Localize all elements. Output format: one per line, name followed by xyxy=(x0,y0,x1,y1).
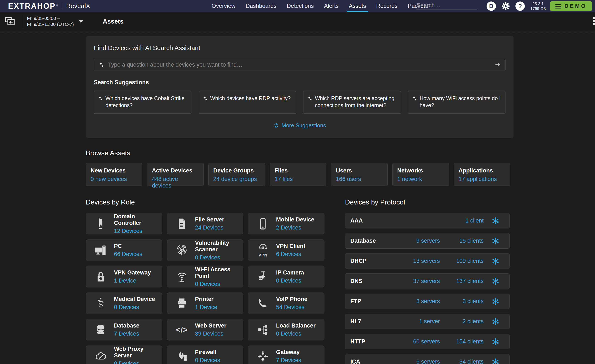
clients-count-link[interactable]: 15 clients xyxy=(440,238,484,244)
activity-map-icon[interactable] xyxy=(484,317,507,326)
tab-dashboards[interactable]: Dashboards xyxy=(245,0,277,12)
tab-assets[interactable]: Assets xyxy=(348,0,367,12)
role-tile-web-server[interactable]: </>Web Server39 Devices xyxy=(167,319,243,340)
role-count-link[interactable]: 0 Devices xyxy=(276,330,316,337)
tile-count-link[interactable]: 17 applications xyxy=(459,176,505,182)
tile-count-link[interactable]: 17 files xyxy=(275,176,321,182)
role-count-link[interactable]: 2 Devices xyxy=(276,224,314,231)
role-tile-firewall[interactable]: Firewall0 Devices xyxy=(167,346,243,364)
browse-tile-users[interactable]: Users166 users xyxy=(331,163,388,186)
role-count-link[interactable]: 0 Devices xyxy=(114,304,155,311)
role-tile-database[interactable]: Database7 Devices xyxy=(86,319,162,340)
role-title: VoIP Phone xyxy=(276,296,307,302)
role-tile-medical-device[interactable]: ⚕Medical Device0 Devices xyxy=(86,293,162,314)
servers-count-link[interactable]: 9 servers xyxy=(404,238,440,244)
clients-count-link[interactable]: 1 client xyxy=(440,217,484,224)
browse-tile-networks[interactable]: Networks1 network xyxy=(392,163,449,186)
settings-gear-icon[interactable] xyxy=(501,1,510,11)
tile-count-link[interactable]: 1 network xyxy=(397,176,444,182)
grid-menu-icon[interactable] xyxy=(593,17,595,26)
role-tile-ip-camera[interactable]: IP Camera0 Devices xyxy=(248,266,325,287)
role-count-link[interactable]: 1 Device xyxy=(195,304,217,311)
role-count-link[interactable]: 0 Devices xyxy=(276,277,304,284)
tab-overview[interactable]: Overview xyxy=(211,0,236,12)
activity-map-icon[interactable] xyxy=(484,216,507,225)
activity-map-icon[interactable] xyxy=(484,257,507,266)
tile-count-link[interactable]: 0 new devices xyxy=(91,176,137,182)
tab-detections[interactable]: Detections xyxy=(286,0,314,12)
browse-tile-new-devices[interactable]: New Devices0 new devices xyxy=(86,163,142,186)
activity-map-icon[interactable] xyxy=(484,277,507,286)
demo-button[interactable]: DEMO xyxy=(550,1,592,11)
clients-count-link[interactable]: 2 clients xyxy=(440,318,484,325)
ai-question-input[interactable] xyxy=(108,62,495,68)
role-tile-load-balancer[interactable]: Load Balancer0 Devices xyxy=(248,319,325,340)
role-count-link[interactable]: 54 Devices xyxy=(276,304,307,311)
protocol-row-aaa: AAA1 client xyxy=(345,213,510,228)
tab-alerts[interactable]: Alerts xyxy=(324,0,339,12)
servers-count-link[interactable]: 1 server xyxy=(404,318,440,325)
suggestion-card-3[interactable]: Which RDP servers are accepting connecti… xyxy=(303,91,401,114)
help-icon[interactable]: ? xyxy=(515,1,525,11)
tile-count-link[interactable]: 24 device groups xyxy=(213,176,260,182)
role-tile-voip-phone[interactable]: VoIP Phone54 Devices xyxy=(248,293,325,314)
servers-count-link[interactable]: 6 servers xyxy=(404,358,440,364)
role-count-link[interactable]: 0 Devices xyxy=(195,254,243,261)
role-tile-printer[interactable]: Printer1 Device xyxy=(167,293,243,314)
role-count-link[interactable]: 0 Devices xyxy=(195,281,243,287)
role-count-link[interactable]: 39 Devices xyxy=(195,330,227,337)
tile-count-link[interactable]: 448 active devices xyxy=(152,176,199,189)
role-count-link[interactable]: 12 Devices xyxy=(114,228,162,234)
suggestion-text: How many WiFi access points do I have? xyxy=(420,95,502,109)
role-tile-wi-fi-access-point[interactable]: Wi-Fi Access Point0 Devices xyxy=(167,266,243,287)
clients-count-link[interactable]: 109 clients xyxy=(440,258,484,264)
global-search-input[interactable] xyxy=(417,2,477,9)
clients-count-link[interactable]: 154 clients xyxy=(440,338,484,345)
browse-tile-active-devices[interactable]: Active Devices448 active devices xyxy=(147,163,204,186)
extrahop-logo[interactable]: EXTRAHOP® xyxy=(8,2,59,11)
role-tile-vulnerability-scanner[interactable]: Vulnerability Scanner0 Devices xyxy=(167,239,243,261)
tab-records[interactable]: Records xyxy=(376,0,398,12)
role-tile-pc[interactable]: PC66 Devices xyxy=(86,239,162,261)
more-suggestions-link[interactable]: More Suggestions xyxy=(273,122,326,129)
activity-map-icon[interactable] xyxy=(484,237,507,245)
role-tile-web-proxy-server[interactable]: Web Proxy Server0 Devices xyxy=(86,346,162,364)
role-count-link[interactable]: 7 Devices xyxy=(276,357,301,364)
top-navigation-bar: EXTRAHOP® RevealX OverviewDashboardsDete… xyxy=(0,0,595,12)
time-range-selector[interactable]: Fri 9/05·05:00 – Fri 9/05·11:00 (UTC-7) xyxy=(27,15,74,27)
caret-down-icon[interactable] xyxy=(78,20,83,23)
role-tile-vpn-client[interactable]: VPNVPN Client6 Devices xyxy=(248,239,325,261)
role-count-link[interactable]: 66 Devices xyxy=(114,251,142,258)
clients-count-link[interactable]: 137 clients xyxy=(440,278,484,284)
suggestion-card-4[interactable]: How many WiFi access points do I have? xyxy=(408,91,506,114)
role-count-link[interactable]: 1 Device xyxy=(114,277,151,284)
suggestion-card-2[interactable]: Which devices have RDP activity? xyxy=(199,91,296,114)
browse-tile-files[interactable]: Files17 files xyxy=(270,163,326,186)
role-count-link[interactable]: 0 Devices xyxy=(195,357,220,364)
tile-count-link[interactable]: 166 users xyxy=(336,176,383,182)
activity-map-icon[interactable] xyxy=(484,357,507,364)
servers-count-link[interactable]: 13 servers xyxy=(404,258,440,264)
role-count-link[interactable]: 7 Devices xyxy=(114,330,139,337)
servers-count-link[interactable]: 60 servers xyxy=(404,338,440,345)
role-tile-gateway[interactable]: Gateway7 Devices xyxy=(248,346,325,364)
arrow-right-icon[interactable] xyxy=(495,62,501,68)
role-tile-mobile-device[interactable]: Mobile Device2 Devices xyxy=(248,213,325,234)
role-tile-vpn-gateway[interactable]: VPN Gateway1 Device xyxy=(86,266,162,287)
browse-tile-device-groups[interactable]: Device Groups24 device groups xyxy=(208,163,265,186)
user-avatar[interactable]: D xyxy=(487,1,496,11)
role-count-link[interactable]: 6 Devices xyxy=(276,251,305,258)
role-count-link[interactable]: 0 Devices xyxy=(114,360,162,364)
panes-back-icon[interactable] xyxy=(5,16,16,27)
clients-count-link[interactable]: 34 clients xyxy=(440,358,484,364)
activity-map-icon[interactable] xyxy=(484,297,507,306)
clients-count-link[interactable]: 3 clients xyxy=(440,298,484,305)
role-tile-domain-controller[interactable]: Domain Controller12 Devices xyxy=(86,213,162,234)
browse-tile-applications[interactable]: Applications17 applications xyxy=(454,163,510,186)
role-tile-file-server[interactable]: File Server24 Devices xyxy=(167,213,243,234)
servers-count-link[interactable]: 3 servers xyxy=(404,298,440,305)
role-count-link[interactable]: 24 Devices xyxy=(195,224,224,231)
suggestion-card-1[interactable]: Which devices have Cobalt Strike detecti… xyxy=(94,91,191,114)
servers-count-link[interactable]: 37 servers xyxy=(404,278,440,284)
activity-map-icon[interactable] xyxy=(484,337,507,346)
